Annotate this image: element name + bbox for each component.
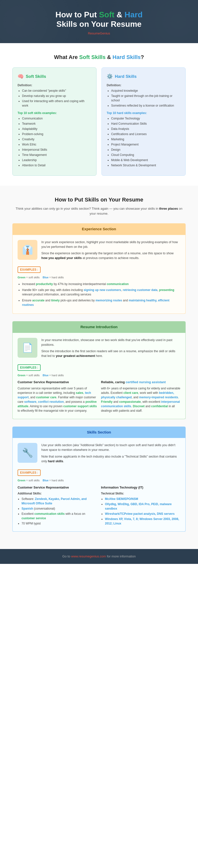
- hard-skills-box: ⚙️ Hard Skills Definition: Acquired know…: [101, 67, 186, 176]
- skills-two-col: Customer Service Representative Addition…: [18, 485, 180, 527]
- how-to-section: How to Put Skills on Your Resume Think y…: [0, 186, 198, 549]
- examples-tag: EXAMPLES :: [18, 267, 41, 273]
- header: How to Put Soft & Hard Skills on Your Re…: [0, 0, 198, 43]
- experience-icon: 👔: [18, 240, 37, 260]
- examples-tag: EXAMPLES :: [18, 469, 41, 476]
- list-item: Increased productivity by 47% by increas…: [22, 282, 180, 286]
- list-item: Develop naturally as you grow up: [22, 94, 91, 98]
- skills-left-list: Software: Zendesk, Kayako, Parcel Admin,…: [18, 497, 97, 526]
- soft-skills-icon: 🧠: [18, 73, 24, 80]
- list-item: Creativity: [22, 137, 91, 142]
- list-item: Software: Zendesk, Kayako, Parcel Admin,…: [22, 497, 97, 506]
- list-item: Adaptability: [22, 127, 91, 131]
- intro-left-col: Customer Service Representative Customer…: [18, 380, 97, 414]
- list-item: Communication: [22, 116, 91, 121]
- hard-skills-icon: ⚙️: [107, 73, 113, 80]
- list-item: Marketing: [111, 137, 180, 142]
- list-item: Windows XP, Vista, 7, 8; Windows Server …: [105, 517, 180, 526]
- experience-content-row: 👔 In your work experience section, highl…: [18, 240, 180, 262]
- list-item: Acquired knowledge: [111, 89, 180, 93]
- legend: Green = soft skills Blue = hard skills: [18, 478, 180, 483]
- skills-right-list: McAfee SIEM/EPO/NSM Ollydbg, WinDbg, GBD…: [101, 497, 180, 526]
- examples-tag: EXAMPLES :: [18, 364, 41, 371]
- list-item: Sometimes reflected by a license or cert…: [111, 103, 180, 108]
- skills-content-row: 🔧 Use your skills section (aka "Addition…: [18, 443, 180, 465]
- soft-examples-list: Communication Teamwork Adaptability Prob…: [18, 116, 91, 167]
- list-item: Can be considered "people skills": [22, 89, 91, 93]
- list-item: Time Management: [22, 153, 91, 157]
- experience-body: 👔 In your work experience section, highl…: [12, 235, 186, 314]
- list-item: Teamwork: [22, 121, 91, 126]
- skills-examples: EXAMPLES : Green = soft skills Blue = ha…: [18, 469, 180, 526]
- soft-definition-label: Definition:: [18, 83, 91, 88]
- list-item: Design: [111, 148, 180, 152]
- list-item: Excellent communication skills with a fo…: [22, 512, 97, 521]
- page-title: How to Put Soft & Hard Skills on Your Re…: [5, 10, 193, 29]
- how-to-intro: Think your abilities can only go in your…: [12, 206, 186, 216]
- list-item: Data Analysis: [111, 127, 180, 131]
- legend: Green = soft skills Blue = hard skills: [18, 275, 180, 280]
- list-item: Used for interacting with others and cop…: [22, 99, 91, 108]
- list-item: Hard Communication Skills: [111, 121, 180, 126]
- list-item: Handle 90+ calls per day, with duties in…: [22, 288, 180, 297]
- legend: Green = soft skills Blue = hard skills: [18, 373, 180, 377]
- intro-right-col: Reliable, caring certified nursing assis…: [101, 380, 180, 414]
- list-item: 70 WPM typist: [22, 521, 97, 526]
- footer-link[interactable]: www.resumegenius.com: [71, 554, 106, 558]
- list-item: Network Structure & Development: [111, 163, 180, 167]
- list-item: Taught or gained through on-the-job trai…: [111, 94, 180, 103]
- hard-skills-header: ⚙️ Hard Skills: [107, 73, 180, 80]
- skills-subsection: Skills Section 🔧 Use your skills section…: [12, 427, 186, 532]
- list-item: Mobile & Web Development: [111, 158, 180, 162]
- list-item: Cloud Computing: [111, 153, 180, 157]
- resume-intro-subsection: Resume Introduction 📄 In your resume int…: [12, 321, 186, 419]
- skills-icon: 🔧: [18, 443, 37, 463]
- list-item: Certifications and Licenses: [111, 132, 180, 136]
- hard-examples-label: Top 10 hard skills examples:: [107, 111, 180, 115]
- list-item: Problem-solving: [22, 132, 91, 136]
- list-item: Work Ethic: [22, 142, 91, 147]
- skills-text: Use your skills section (aka "Additional…: [41, 443, 180, 465]
- section-heading: What Are Soft Skills & Hard Skills?: [12, 53, 186, 61]
- how-to-heading: How to Put Skills on Your Resume: [12, 195, 186, 204]
- list-item: Ollydbg, WinDbg, GBD, IDA Pro, PEiD, mal…: [105, 502, 180, 511]
- experience-bullets: Increased productivity by 47% by increas…: [18, 282, 180, 307]
- list-item: Project Management: [111, 142, 180, 147]
- hard-definition-list: Acquired knowledge Taught or gained thro…: [107, 89, 180, 108]
- list-item: Attention to Detail: [22, 163, 91, 167]
- hard-examples-list: Computer Technology Hard Communication S…: [107, 116, 180, 167]
- experience-header: Experience Section: [12, 223, 186, 235]
- skills-left-col: Customer Service Representative Addition…: [18, 485, 97, 527]
- list-item: McAfee SIEM/EPO/NSM: [105, 497, 180, 501]
- soft-hard-skills-section: What Are Soft Skills & Hard Skills? 🧠 So…: [0, 43, 198, 186]
- soft-skills-box: 🧠 Soft Skills Definition: Can be conside…: [12, 67, 97, 176]
- experience-examples: EXAMPLES : Green = soft skills Blue = ha…: [18, 267, 180, 307]
- soft-definition-list: Can be considered "people skills" Develo…: [18, 89, 91, 108]
- footer: Go to www.resumegenius.com for more info…: [0, 549, 198, 564]
- list-item: Leadership: [22, 158, 91, 162]
- intro-text: In your resume introduction, showcase on…: [41, 338, 180, 361]
- list-item: Wireshark/TCPview packet analysis, DNS s…: [105, 512, 180, 516]
- list-item: Computer Technology: [111, 116, 180, 121]
- list-item: Interpersonal Skills: [22, 148, 91, 152]
- intro-icon: 📄: [18, 338, 37, 358]
- intro-two-col: Customer Service Representative Customer…: [18, 380, 180, 414]
- soft-examples-label: Top 10 soft skills examples:: [18, 111, 91, 115]
- skills-comparison-grid: 🧠 Soft Skills Definition: Can be conside…: [12, 67, 186, 176]
- skills-section-body: 🔧 Use your skills section (aka "Addition…: [12, 438, 186, 532]
- experience-subsection: Experience Section 👔 In your work experi…: [12, 223, 186, 314]
- intro-examples: EXAMPLES : Green = soft skills Blue = ha…: [18, 364, 180, 414]
- intro-content-row: 📄 In your resume introduction, showcase …: [18, 338, 180, 361]
- experience-text: In your work experience section, highlig…: [41, 240, 180, 262]
- hard-definition-label: Definition:: [107, 83, 180, 88]
- resume-intro-header: Resume Introduction: [12, 321, 186, 333]
- skills-right-col: Information Technology (IT) Technical Sk…: [101, 485, 180, 527]
- brand-name: ResumeGenius: [5, 31, 193, 36]
- list-item: Spanish (conversational): [22, 506, 97, 511]
- list-item: Ensure accurate and timely pick-ups and …: [22, 298, 180, 307]
- soft-skills-header: 🧠 Soft Skills: [18, 73, 91, 80]
- resume-intro-body: 📄 In your resume introduction, showcase …: [12, 333, 186, 419]
- skills-section-header: Skills Section: [12, 427, 186, 438]
